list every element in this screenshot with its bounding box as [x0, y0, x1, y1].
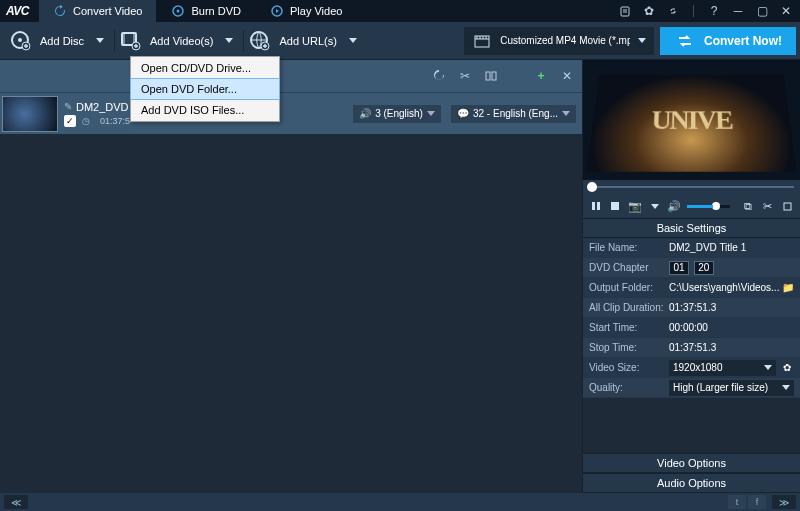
output-profile-select[interactable]: Customized MP4 Movie (*.mp4) [464, 27, 654, 55]
value-file-name[interactable]: DM2_DVD Title 1 [669, 242, 794, 253]
svg-rect-14 [592, 202, 595, 210]
value-quality: High (Larger file size) [673, 382, 768, 393]
twitter-icon[interactable]: t [728, 495, 746, 509]
file-name: DM2_DVD [76, 101, 129, 113]
subtitle-track-label: 32 - English (Eng... [473, 108, 558, 119]
cut-icon[interactable]: ✂ [456, 67, 474, 85]
profile-label: Customized MP4 Movie (*.mp4) [500, 35, 630, 46]
volume-slider[interactable] [687, 205, 729, 208]
collapse-right-button[interactable]: ≫ [772, 495, 796, 509]
help-icon[interactable]: ? [706, 3, 722, 19]
snapshot-button[interactable]: 📷 [628, 198, 642, 214]
maximize-icon[interactable]: ▢ [754, 3, 770, 19]
trim-icon[interactable]: ✂ [761, 198, 774, 214]
link-icon[interactable] [665, 3, 681, 19]
tab-play-video[interactable]: Play Video [256, 0, 357, 22]
menu-open-dvd-folder[interactable]: Open DVD Folder... [130, 78, 280, 100]
svg-rect-13 [492, 72, 496, 80]
label-all-clip-duration: All Clip Duration: [589, 302, 669, 313]
tab-label: Burn DVD [191, 5, 241, 17]
add-file-icon[interactable]: + [532, 67, 550, 85]
row-all-clip-duration: All Clip Duration: 01:37:51.3 [583, 298, 800, 318]
button-label: Add URL(s) [279, 35, 336, 47]
label-dvd-chapter: DVD Chapter [589, 262, 669, 273]
file-list-header: ✂ + ✕ [0, 60, 582, 92]
clipboard-icon[interactable] [617, 3, 633, 19]
video-size-settings-icon[interactable]: ✿ [780, 361, 794, 375]
subtitle-icon: 💬 [457, 108, 469, 119]
preview-area: UNIVE [583, 60, 800, 180]
caret-down-icon [562, 111, 570, 116]
divider [693, 5, 694, 17]
seek-knob[interactable] [587, 182, 597, 192]
chapter-end-input[interactable]: 20 [694, 261, 714, 275]
file-checkbox[interactable]: ✓ [64, 115, 76, 127]
tab-label: Play Video [290, 5, 342, 17]
globe-plus-icon [249, 30, 271, 52]
caret-down-icon [782, 385, 790, 390]
caret-down-icon [764, 365, 772, 370]
crop-icon[interactable] [781, 198, 794, 214]
label-stop-time: Stop Time: [589, 342, 669, 353]
stop-button[interactable] [608, 198, 621, 214]
refresh-icon[interactable] [430, 67, 448, 85]
file-duration: 01:37:5 [100, 116, 130, 126]
chapter-start-input[interactable]: 01 [669, 261, 689, 275]
label-video-size: Video Size: [589, 362, 669, 373]
video-options-header[interactable]: Video Options [583, 453, 800, 473]
svg-point-1 [177, 10, 180, 13]
clapper-icon [472, 30, 492, 52]
pause-button[interactable] [589, 198, 602, 214]
value-stop-time[interactable]: 01:37:51.3 [669, 342, 794, 353]
minimize-icon[interactable]: ─ [730, 3, 746, 19]
audio-options-header[interactable]: Audio Options [583, 473, 800, 493]
menu-open-cd-dvd-drive[interactable]: Open CD/DVD Drive... [131, 57, 279, 79]
merge-icon[interactable] [482, 67, 500, 85]
label-file-name: File Name: [589, 242, 669, 253]
label-quality: Quality: [589, 382, 669, 393]
edit-icon[interactable]: ✎ [64, 101, 72, 112]
video-size-select[interactable]: 1920x1080 [669, 360, 776, 376]
quality-select[interactable]: High (Larger file size) [669, 380, 794, 396]
add-urls-button[interactable]: Add URL(s) [243, 26, 366, 56]
collapse-left-button[interactable]: ≪ [4, 495, 28, 509]
row-file-name: File Name: DM2_DVD Title 1 [583, 238, 800, 258]
audio-track-select[interactable]: 🔊 3 (English) [353, 105, 441, 123]
clock-icon: ◷ [82, 116, 90, 126]
value-start-time[interactable]: 00:00:00 [669, 322, 794, 333]
volume-knob[interactable] [712, 202, 720, 210]
file-item[interactable]: ✎ DM2_DVD ✓ ◷ 01:37:5 🔊 3 (English) 💬 32… [0, 92, 582, 134]
settings-icon[interactable]: ✿ [641, 3, 657, 19]
close-icon[interactable]: ✕ [778, 3, 794, 19]
settings-panel: File Name: DM2_DVD Title 1 DVD Chapter 0… [583, 238, 800, 453]
label-start-time: Start Time: [589, 322, 669, 333]
facebook-icon[interactable]: f [748, 495, 766, 509]
button-label: Convert Now! [704, 34, 782, 48]
tab-convert-video[interactable]: Convert Video [39, 0, 158, 22]
caret-down-icon [225, 38, 233, 43]
svg-rect-17 [784, 203, 791, 210]
basic-settings-header[interactable]: Basic Settings [583, 218, 800, 238]
browse-folder-icon[interactable]: 📁 [782, 282, 794, 293]
refresh-icon [53, 4, 67, 18]
row-quality: Quality: High (Larger file size) [583, 378, 800, 398]
snapshot-mode-caret[interactable] [648, 198, 661, 214]
volume-icon[interactable]: 🔊 [667, 198, 681, 214]
convert-now-button[interactable]: Convert Now! [660, 27, 796, 55]
add-videos-button[interactable]: Add Video(s) [114, 26, 243, 56]
preview-frame: UNIVE [586, 75, 797, 172]
seek-bar[interactable] [583, 180, 800, 194]
app-logo: AVC [6, 4, 29, 18]
add-videos-menu: Open CD/DVD Drive... Open DVD Folder... … [130, 56, 280, 122]
row-output-folder: Output Folder: C:\Users\yangh\Videos... … [583, 278, 800, 298]
menu-add-dvd-iso-files[interactable]: Add DVD ISO Files... [131, 99, 279, 121]
subtitle-track-select[interactable]: 💬 32 - English (Eng... [451, 105, 576, 123]
popout-icon[interactable]: ⧉ [742, 198, 755, 214]
row-stop-time: Stop Time: 01:37:51.3 [583, 338, 800, 358]
row-start-time: Start Time: 00:00:00 [583, 318, 800, 338]
add-disc-button[interactable]: Add Disc [4, 26, 114, 56]
value-output-folder[interactable]: C:\Users\yangh\Videos... [669, 282, 782, 293]
tab-burn-dvd[interactable]: Burn DVD [157, 0, 256, 22]
remove-file-icon[interactable]: ✕ [558, 67, 576, 85]
row-video-size: Video Size: 1920x1080 ✿ [583, 358, 800, 378]
